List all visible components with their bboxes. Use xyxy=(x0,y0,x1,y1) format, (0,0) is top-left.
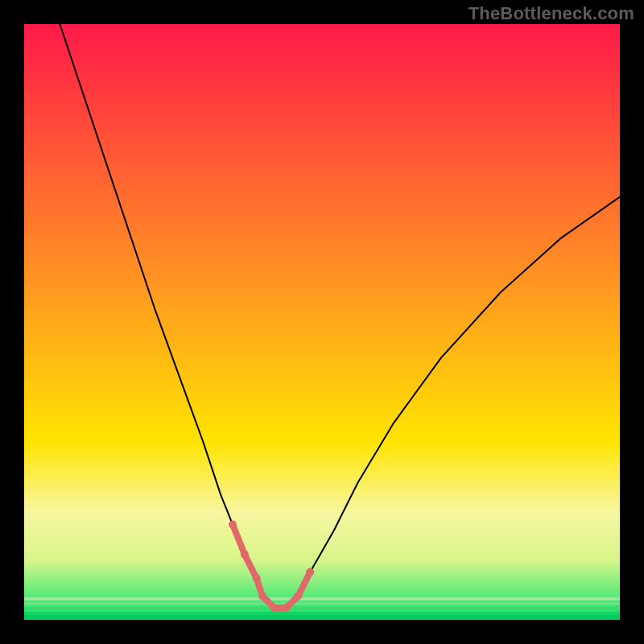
highlight-marker xyxy=(283,604,291,612)
plot-area xyxy=(24,24,620,620)
highlight-marker xyxy=(258,592,266,600)
bottleneck-curve xyxy=(60,24,620,608)
highlight-marker xyxy=(306,568,314,576)
highlight-marker xyxy=(241,551,249,559)
highlight-marker xyxy=(270,604,279,612)
curve-layer xyxy=(24,24,620,620)
highlight-marker xyxy=(253,574,261,582)
highlight-marker xyxy=(294,592,302,600)
highlight-marker xyxy=(229,521,237,529)
watermark-text: TheBottleneck.com xyxy=(469,3,634,24)
chart-frame: TheBottleneck.com xyxy=(0,0,644,644)
